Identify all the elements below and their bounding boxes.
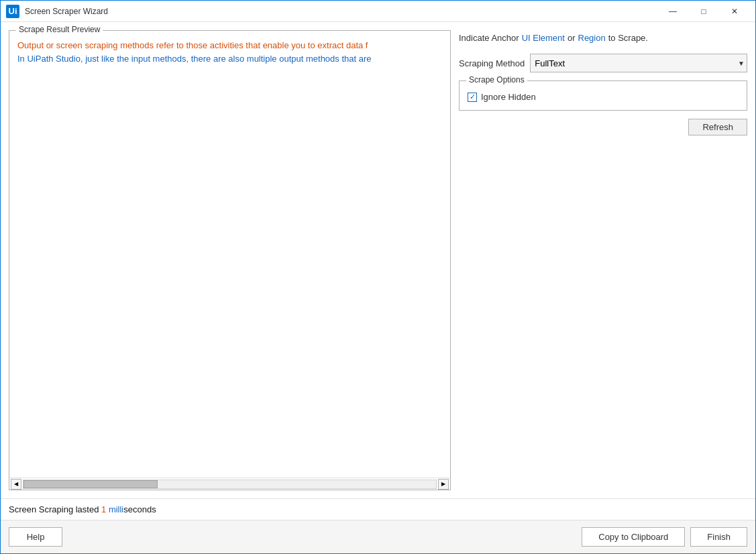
status-text-before: Screen Scraping lasted xyxy=(9,504,101,514)
horizontal-scrollbar[interactable]: ◀ ▶ xyxy=(9,478,450,490)
window-controls: — □ ✕ xyxy=(657,1,750,22)
refresh-button-row: Refresh xyxy=(459,119,747,135)
footer-left: Help xyxy=(9,527,582,547)
scraping-method-select[interactable]: FullText Native OCR xyxy=(530,54,747,72)
preview-panel-title: Scrape Result Preview xyxy=(16,25,103,34)
indicate-anchor-row: Indicate Anchor UI Element or Region to … xyxy=(459,30,747,46)
status-text-after: seconds xyxy=(123,504,156,514)
scrape-options-group: Scrape Options ✓ Ignore Hidden xyxy=(459,80,747,111)
footer-right: Copy to Clipboard Finish xyxy=(582,527,747,547)
left-panel: Scrape Result Preview Output or screen s… xyxy=(9,30,451,490)
or-text: or xyxy=(568,33,576,43)
status-bar: Screen Scraping lasted 1 milliseconds xyxy=(1,498,755,520)
preview-line-1: Output or screen scraping methods refer … xyxy=(17,39,442,52)
maximize-button[interactable]: □ xyxy=(688,1,719,22)
region-link[interactable]: Region xyxy=(578,33,606,43)
right-spacer xyxy=(459,144,747,490)
scroll-left-button[interactable]: ◀ xyxy=(11,479,21,490)
scroll-right-button[interactable]: ▶ xyxy=(438,479,449,490)
checkbox-checkmark: ✓ xyxy=(470,93,476,101)
preview-text-blue: In UiPath Studio, just like the input me… xyxy=(17,54,372,64)
main-window: Ui Screen Scraper Wizard — □ ✕ Scrape Re… xyxy=(0,0,756,554)
footer: Help Copy to Clipboard Finish xyxy=(1,520,755,553)
title-bar: Ui Screen Scraper Wizard — □ ✕ xyxy=(1,1,755,22)
preview-text-orange: Output or screen scraping methods refer … xyxy=(17,40,368,50)
app-icon: Ui xyxy=(6,5,19,18)
ignore-hidden-checkbox[interactable]: ✓ xyxy=(468,93,477,102)
scroll-thumb[interactable] xyxy=(23,480,158,488)
scrape-options-title: Scrape Options xyxy=(466,75,527,85)
minimize-button[interactable]: — xyxy=(657,1,688,22)
finish-button[interactable]: Finish xyxy=(690,527,747,547)
to-scrape-text: to Scrape. xyxy=(608,33,648,43)
status-text: Screen Scraping lasted 1 milliseconds xyxy=(9,504,156,514)
scraping-method-select-wrapper: FullText Native OCR ▼ xyxy=(530,54,747,72)
scroll-track[interactable] xyxy=(23,480,437,489)
preview-line-2: In UiPath Studio, just like the input me… xyxy=(17,52,442,66)
status-milliseconds-label: milli xyxy=(106,504,123,514)
scraping-method-label: Scraping Method xyxy=(459,58,525,68)
preview-content: Output or screen scraping methods refer … xyxy=(9,31,450,478)
ui-element-link[interactable]: UI Element xyxy=(522,33,565,43)
window-title: Screen Scraper Wizard xyxy=(25,7,657,16)
scraping-method-row: Scraping Method FullText Native OCR ▼ xyxy=(459,54,747,72)
indicate-anchor-label: Indicate Anchor xyxy=(459,33,519,43)
refresh-button[interactable]: Refresh xyxy=(688,119,747,135)
ignore-hidden-label: Ignore Hidden xyxy=(481,92,536,102)
close-button[interactable]: ✕ xyxy=(719,1,750,22)
help-button[interactable]: Help xyxy=(9,527,62,547)
right-panel: Indicate Anchor UI Element or Region to … xyxy=(459,30,747,490)
ignore-hidden-row: ✓ Ignore Hidden xyxy=(468,92,739,102)
copy-to-clipboard-button[interactable]: Copy to Clipboard xyxy=(582,527,685,547)
content-area: Scrape Result Preview Output or screen s… xyxy=(1,22,755,498)
